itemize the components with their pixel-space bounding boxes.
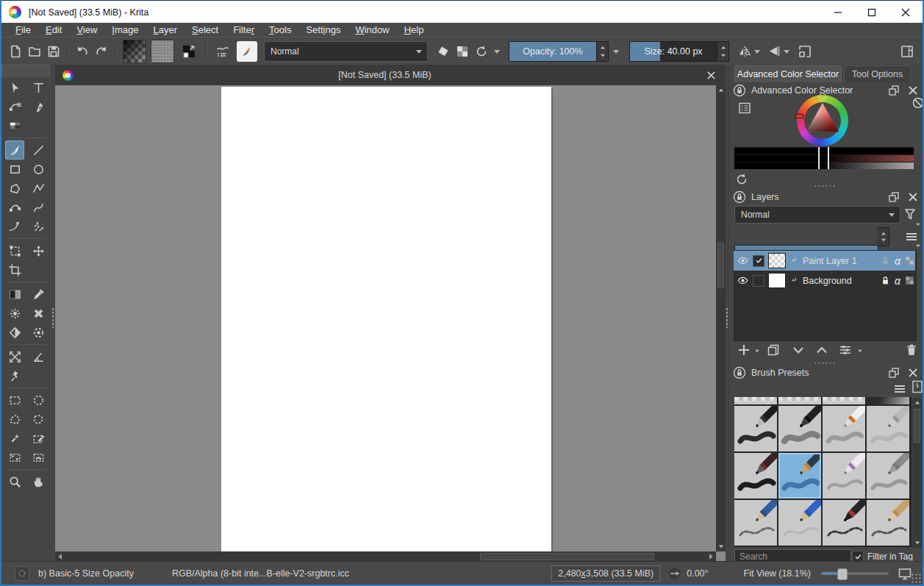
menu-item-window[interactable]: Window <box>348 24 395 36</box>
enclose-and-fill-tool[interactable] <box>29 323 48 342</box>
brush-preset-thumbnail[interactable] <box>867 397 909 404</box>
magnetic-selection-tool[interactable] <box>29 448 48 467</box>
preserve-alpha-toggle[interactable] <box>453 41 472 62</box>
unlock-icon[interactable] <box>880 255 891 266</box>
pattern-chooser-button[interactable] <box>151 40 174 63</box>
layer-row-paint-layer-1[interactable]: Paint Layer 1α <box>734 251 915 271</box>
brush-preset-thumbnail[interactable] <box>778 500 821 546</box>
hue-ring[interactable] <box>797 95 848 146</box>
size-slider[interactable]: Size: 40.00 px <box>629 41 717 62</box>
document-close-button[interactable] <box>696 71 726 80</box>
measure-tool[interactable] <box>29 347 48 366</box>
brush-preset-thumbnail[interactable] <box>734 397 777 404</box>
pattern-edit-tool[interactable] <box>5 116 24 135</box>
preset-scrollbar[interactable] <box>912 398 922 548</box>
chevron-down-icon[interactable] <box>916 245 920 248</box>
close-docker-icon[interactable] <box>906 365 920 380</box>
color-profile-label[interactable]: RGB/Alpha (8-bit inte...B-elle-V2-srgbtr… <box>172 568 349 579</box>
wrap-around-mode-button[interactable] <box>795 41 814 62</box>
freehand-selection-tool[interactable] <box>29 410 48 429</box>
menu-item-settings[interactable]: Settings <box>299 24 347 36</box>
no-color-icon[interactable] <box>911 96 924 110</box>
close-button[interactable] <box>889 1 923 24</box>
assistants-tool[interactable] <box>5 347 24 366</box>
undo-button[interactable] <box>73 41 92 62</box>
polygon-tool[interactable] <box>5 179 24 198</box>
zoom-slider-handle[interactable] <box>837 568 848 580</box>
zoom-level-label[interactable]: Fit View (18.1%) <box>744 568 811 579</box>
zoom-slider[interactable] <box>821 572 889 575</box>
brush-preset-thumbnail[interactable] <box>778 406 821 451</box>
polygonal-selection-tool[interactable] <box>5 410 24 429</box>
transform-tool[interactable] <box>5 241 24 260</box>
blend-mode-dropdown[interactable]: Normal <box>264 41 428 62</box>
layer-select-checkbox[interactable] <box>753 275 764 287</box>
float-docker-icon[interactable] <box>887 83 901 98</box>
color-selector-settings-button[interactable] <box>737 101 752 115</box>
crop-tool[interactable] <box>5 260 24 279</box>
polyline-tool[interactable] <box>29 179 48 198</box>
brush-preset-thumbnail[interactable] <box>778 397 821 404</box>
size-spinner[interactable] <box>717 41 729 62</box>
tab-advanced-color-selector[interactable]: Advanced Color Selector <box>734 65 842 82</box>
mirror-horizontal-button[interactable] <box>735 41 754 62</box>
pan-tool[interactable] <box>29 472 48 491</box>
tab-tool-options[interactable]: Tool Options <box>844 65 911 82</box>
fill-tool[interactable] <box>5 323 24 342</box>
move-layer-up-button[interactable] <box>814 343 829 357</box>
dynamic-brush-tool[interactable] <box>5 217 24 236</box>
rectangular-selection-tool[interactable] <box>5 390 24 410</box>
layer-row-background[interactable]: Backgroundα <box>734 271 915 290</box>
lock-icon[interactable] <box>880 275 891 286</box>
brush-preset-thumbnail[interactable] <box>867 453 909 499</box>
chevron-down-icon[interactable] <box>858 350 862 353</box>
canvas-rotation-icon[interactable] <box>667 566 682 581</box>
select-shapes-tool[interactable] <box>5 78 24 97</box>
gradient-chooser-button[interactable] <box>123 40 146 63</box>
docker-splitter-handle[interactable] <box>814 362 836 365</box>
document-tab-bar[interactable]: [Not Saved] (33.5 MiB) <box>55 65 726 86</box>
choose-workspace-button[interactable] <box>898 41 917 62</box>
layer-select-checkbox[interactable] <box>753 255 764 267</box>
brush-preset-thumbnail[interactable] <box>823 406 865 451</box>
chevron-down-icon[interactable] <box>755 350 759 353</box>
bezier-curve-tool[interactable] <box>5 198 24 217</box>
close-docker-icon[interactable] <box>906 190 920 204</box>
layer-visibility-eye-icon[interactable] <box>737 274 749 287</box>
layer-blend-mode-dropdown[interactable]: Normal <box>734 206 900 224</box>
canvas-vertical-scrollbar[interactable] <box>716 85 726 551</box>
similar-color-selection-tool[interactable] <box>5 429 24 448</box>
resize-grip[interactable] <box>911 573 921 583</box>
chevron-down-icon[interactable] <box>784 50 789 54</box>
new-document-button[interactable] <box>6 41 25 62</box>
refresh-color-history-button[interactable] <box>734 172 749 187</box>
brush-preset-thumbnail[interactable] <box>867 406 909 451</box>
menu-item-filter[interactable]: Filter <box>226 24 261 36</box>
edit-brush-settings-button[interactable] <box>211 41 234 62</box>
multibrush-tool[interactable] <box>29 217 48 236</box>
redo-button[interactable] <box>92 41 111 62</box>
preset-display-mode-icon[interactable] <box>892 382 907 396</box>
toolbox-docker-tab[interactable] <box>1 65 50 77</box>
image-dimensions[interactable]: 2,480 x 3,508 (33.5 MiB) <box>551 565 660 582</box>
preset-size-icon[interactable] <box>910 379 924 394</box>
calligraphy-tool[interactable] <box>29 97 48 116</box>
smart-patch-tool[interactable] <box>29 304 48 323</box>
reload-preset-button[interactable] <box>472 41 491 62</box>
title-bar[interactable]: [Not Saved] (33.5 MiB) - Krita <box>1 0 923 24</box>
chevron-down-icon[interactable] <box>494 50 500 54</box>
save-button[interactable] <box>44 41 63 62</box>
brush-preset-thumbnail[interactable] <box>867 500 909 546</box>
rotation-value[interactable]: 0.00° <box>687 568 708 579</box>
scrollbar-thumb[interactable] <box>717 243 724 288</box>
edit-shapes-tool[interactable] <box>5 97 24 116</box>
layer-properties-button[interactable] <box>838 343 853 357</box>
color-sampler-tool[interactable] <box>29 285 48 304</box>
inherit-alpha-icon[interactable] <box>904 255 915 266</box>
brush-preset-thumbnail[interactable] <box>734 406 777 451</box>
choose-brush-preset-button[interactable] <box>237 41 257 62</box>
move-layer-down-button[interactable] <box>791 343 806 357</box>
mirror-vertical-button[interactable] <box>764 41 784 62</box>
opacity-spinner[interactable] <box>597 41 609 62</box>
menu-item-layer[interactable]: Layer <box>146 24 184 36</box>
